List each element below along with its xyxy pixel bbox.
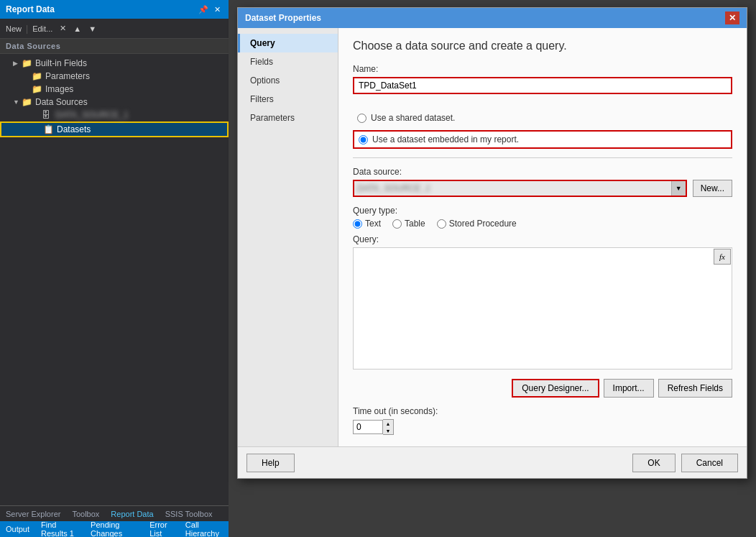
tree-area: ▶ 📁 Built-in Fields 📁 Parameters 📁 Image… bbox=[0, 54, 229, 505]
status-error-list[interactable]: Error List bbox=[149, 520, 174, 537]
query-type-table-radio[interactable] bbox=[392, 219, 402, 229]
query-type-text-label: Text bbox=[365, 219, 381, 229]
nav-item-query[interactable]: Query bbox=[238, 34, 338, 52]
query-area-container: fx bbox=[353, 247, 732, 372]
tree-item-built-in-fields[interactable]: ▶ 📁 Built-in Fields bbox=[0, 57, 229, 70]
query-type-storedproc-option[interactable]: Stored Procedure bbox=[437, 219, 517, 229]
tree-label-built-in-fields: Built-in Fields bbox=[35, 58, 87, 68]
tree-item-data-source-1[interactable]: 🗄 DATA_SOURCE_1 bbox=[0, 109, 229, 121]
status-pending[interactable]: Pending Changes bbox=[91, 520, 138, 537]
help-button[interactable]: Help bbox=[246, 454, 295, 472]
status-output[interactable]: Output bbox=[6, 525, 29, 533]
toolbar: New | Edit... ✕ ▲ ▼ bbox=[0, 19, 229, 39]
folder-icon-images: 📁 bbox=[32, 84, 43, 94]
tree-arrow-data-sources: ▼ bbox=[13, 98, 22, 106]
query-type-section: Query type: Text Table Stored Procedure bbox=[353, 206, 732, 229]
query-type-table-label: Table bbox=[405, 219, 425, 229]
ok-button[interactable]: OK bbox=[632, 454, 675, 472]
tab-server-explorer[interactable]: Server Explorer bbox=[3, 508, 63, 520]
query-type-storedproc-label: Stored Procedure bbox=[449, 219, 517, 229]
dialog-footer: Help OK Cancel bbox=[238, 446, 747, 478]
cancel-button[interactable]: Cancel bbox=[681, 454, 738, 472]
refresh-fields-button[interactable]: Refresh Fields bbox=[658, 379, 732, 398]
panel-controls: 📌 ✕ bbox=[196, 4, 223, 15]
timeout-increment-button[interactable]: ▲ bbox=[383, 420, 393, 427]
query-type-text-option[interactable]: Text bbox=[353, 219, 381, 229]
dialog-close-button[interactable]: ✕ bbox=[725, 12, 739, 24]
timeout-input[interactable] bbox=[353, 420, 383, 434]
nav-label-options: Options bbox=[250, 75, 280, 86]
edit-button[interactable]: Edit... bbox=[29, 23, 55, 35]
data-source-select-wrapper[interactable]: DATA_SOURCE_1 ▼ bbox=[353, 180, 687, 197]
dataset-icon: 📋 bbox=[43, 124, 55, 134]
import-button[interactable]: Import... bbox=[604, 379, 654, 398]
content-heading: Choose a data source and create a query. bbox=[353, 40, 732, 52]
name-input[interactable] bbox=[353, 77, 732, 94]
tree-item-datasets[interactable]: 📋 Datasets bbox=[0, 121, 229, 137]
status-find-results[interactable]: Find Results 1 bbox=[41, 520, 79, 537]
panel-header: Report Data 📌 ✕ bbox=[0, 0, 229, 19]
tree-label-data-sources: Data Sources bbox=[35, 97, 88, 107]
tree-label-datasets: Datasets bbox=[57, 124, 91, 134]
embedded-dataset-option[interactable]: Use a dataset embedded in my report. bbox=[353, 130, 732, 149]
tree-label-ds1: DATA_SOURCE_1 bbox=[55, 110, 129, 120]
nav-label-filters: Filters bbox=[250, 94, 274, 104]
status-call-hierarchy[interactable]: Call Hierarchy bbox=[185, 520, 223, 537]
separator bbox=[353, 157, 732, 158]
nav-item-options[interactable]: Options bbox=[238, 71, 338, 90]
close-panel-button[interactable]: ✕ bbox=[212, 4, 223, 15]
tree-label-images: Images bbox=[45, 84, 73, 94]
status-bar: Output Find Results 1 Pending Changes Er… bbox=[0, 521, 229, 537]
tree-item-data-sources[interactable]: ▼ 📁 Data Sources bbox=[0, 96, 229, 109]
bottom-tabs: Server Explorer Toolbox Report Data SSIS… bbox=[0, 505, 229, 521]
name-label: Name: bbox=[353, 64, 732, 74]
shared-dataset-radio[interactable] bbox=[357, 114, 367, 123]
nav-label-fields: Fields bbox=[250, 57, 273, 67]
nav-item-fields[interactable]: Fields bbox=[238, 52, 338, 71]
dialog-titlebar: Dataset Properties ✕ bbox=[238, 8, 747, 28]
timeout-section: Time out (in seconds): ▲ ▼ bbox=[353, 406, 732, 435]
embedded-dataset-radio[interactable] bbox=[359, 135, 368, 144]
timeout-label: Time out (in seconds): bbox=[353, 406, 732, 416]
nav-item-parameters[interactable]: Parameters bbox=[238, 109, 338, 127]
nav-label-query: Query bbox=[250, 38, 275, 48]
tab-ssis-toolbox[interactable]: SSIS Toolbox bbox=[162, 508, 216, 520]
shared-dataset-label: Use a shared dataset. bbox=[371, 113, 455, 123]
query-type-text-radio[interactable] bbox=[353, 219, 362, 229]
embedded-dataset-label: Use a dataset embedded in my report. bbox=[372, 134, 519, 144]
select-dropdown-arrow[interactable]: ▼ bbox=[671, 181, 686, 196]
pin-button[interactable]: 📌 bbox=[196, 4, 211, 15]
footer-left: Help bbox=[246, 454, 295, 472]
db-icon: 🗄 bbox=[42, 110, 53, 120]
tab-report-data[interactable]: Report Data bbox=[108, 508, 156, 520]
fx-button[interactable]: fx bbox=[714, 249, 731, 265]
tree-item-parameters[interactable]: 📁 Parameters bbox=[0, 70, 229, 83]
dataset-properties-dialog: Dataset Properties ✕ Query Fields Option… bbox=[237, 7, 747, 479]
delete-button[interactable]: ✕ bbox=[57, 22, 69, 35]
query-designer-button[interactable]: Query Designer... bbox=[512, 379, 599, 398]
dataset-type-radio-group: Use a shared dataset. Use a dataset embe… bbox=[353, 110, 732, 149]
move-up-button[interactable]: ▲ bbox=[70, 23, 84, 35]
move-down-button[interactable]: ▼ bbox=[86, 23, 99, 35]
query-label: Query: bbox=[353, 234, 732, 244]
timeout-spinner: ▲ ▼ bbox=[353, 419, 396, 435]
tree-item-images[interactable]: 📁 Images bbox=[0, 83, 229, 96]
nav-item-filters[interactable]: Filters bbox=[238, 90, 338, 109]
new-datasource-button[interactable]: New... bbox=[693, 180, 732, 197]
data-source-label: Data source: bbox=[353, 167, 732, 177]
query-type-radio-group: Text Table Stored Procedure bbox=[353, 219, 732, 229]
spinner-buttons: ▲ ▼ bbox=[383, 419, 394, 435]
query-type-storedproc-radio[interactable] bbox=[437, 219, 446, 229]
query-type-table-option[interactable]: Table bbox=[392, 219, 425, 229]
folder-icon-data-sources: 📁 bbox=[22, 97, 33, 107]
timeout-decrement-button[interactable]: ▼ bbox=[383, 427, 393, 434]
new-button[interactable]: New bbox=[3, 23, 24, 35]
panel-title: Report Data bbox=[6, 4, 196, 14]
tab-toolbox[interactable]: Toolbox bbox=[69, 508, 102, 520]
folder-icon: 📁 bbox=[22, 58, 33, 68]
query-textarea[interactable] bbox=[353, 247, 732, 370]
nav-label-parameters: Parameters bbox=[250, 113, 295, 123]
data-source-value: DATA_SOURCE_1 bbox=[354, 183, 671, 193]
shared-dataset-option[interactable]: Use a shared dataset. bbox=[353, 110, 732, 126]
data-source-row: DATA_SOURCE_1 ▼ New... bbox=[353, 180, 732, 197]
